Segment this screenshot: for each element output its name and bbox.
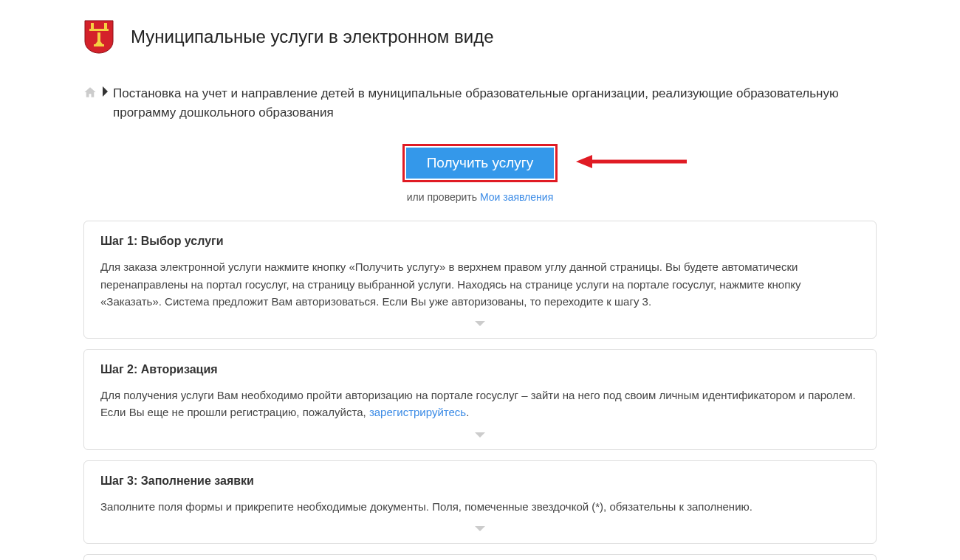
- svg-marker-5: [576, 155, 592, 168]
- crest-icon: [83, 19, 114, 55]
- step-card-1: Шаг 1: Выбор услуги Для заказа электронн…: [83, 221, 877, 339]
- my-applications-link[interactable]: Мои заявления: [480, 191, 553, 203]
- chevron-down-icon: [474, 432, 486, 439]
- chevron-right-icon: [101, 84, 109, 103]
- chevron-down-icon: [474, 525, 486, 533]
- breadcrumb-current: Постановка на учет и направление детей в…: [113, 84, 877, 123]
- step-body: Для получения услуги Вам необходимо прой…: [100, 387, 860, 421]
- cta-section: Получить услугу: [83, 144, 877, 183]
- register-link[interactable]: зарегистрируйтесь: [369, 406, 466, 418]
- get-service-button[interactable]: Получить услугу: [406, 148, 555, 179]
- svg-rect-2: [89, 29, 109, 31]
- expand-toggle[interactable]: [100, 522, 860, 539]
- alt-action-line: или проверить Мои заявления: [83, 191, 877, 203]
- svg-rect-1: [104, 23, 107, 29]
- step-title: Шаг 3: Заполнение заявки: [100, 474, 860, 488]
- page-header: Муниципальные услуги в электронном виде: [83, 19, 877, 55]
- step-card-2: Шаг 2: Авторизация Для получения услуги …: [83, 349, 877, 450]
- step-body-suffix: .: [466, 406, 469, 418]
- annotation-arrow-icon: [576, 153, 687, 170]
- step-body-prefix: Для получения услуги Вам необходимо прой…: [100, 389, 856, 418]
- expand-toggle[interactable]: [100, 429, 860, 445]
- svg-rect-3: [94, 44, 104, 46]
- step-card-partial: [83, 554, 877, 560]
- page-title: Муниципальные услуги в электронном виде: [131, 27, 493, 47]
- step-body: Заполните поля формы и прикрепите необхо…: [100, 498, 860, 515]
- step-title: Шаг 2: Авторизация: [100, 363, 860, 376]
- cta-highlight-frame: Получить услугу: [402, 144, 558, 183]
- expand-toggle[interactable]: [100, 317, 860, 333]
- chevron-down-icon: [474, 320, 486, 328]
- step-body: Для заказа электронной услуги нажмите кн…: [100, 258, 860, 310]
- alt-prefix: или проверить: [407, 191, 480, 203]
- step-title: Шаг 1: Выбор услуги: [100, 235, 860, 248]
- breadcrumb: Постановка на учет и направление детей в…: [83, 84, 877, 123]
- svg-rect-0: [91, 23, 94, 29]
- step-card-3: Шаг 3: Заполнение заявки Заполните поля …: [83, 460, 877, 544]
- home-icon[interactable]: [83, 86, 97, 105]
